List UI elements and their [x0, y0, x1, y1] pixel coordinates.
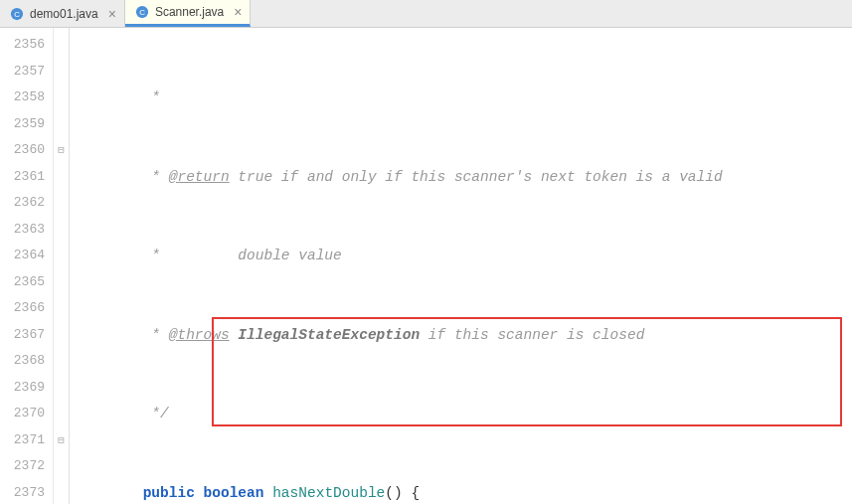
line-number-gutter: 2356235723582359236023612362236323642365… — [0, 28, 54, 504]
svg-text:C: C — [139, 8, 145, 17]
code-line: * @return true if and only if this scann… — [74, 164, 852, 191]
svg-text:C: C — [14, 9, 20, 18]
close-icon[interactable]: × — [108, 6, 116, 22]
code-line: public boolean hasNextDouble() { — [74, 480, 852, 505]
tab-demo01[interactable]: C demo01.java × — [0, 0, 125, 27]
editor: 2356235723582359236023612362236323642365… — [0, 28, 852, 504]
class-icon: C — [135, 5, 149, 19]
tab-label: Scanner.java — [155, 5, 224, 19]
fold-gutter: ⊟⊟ — [54, 28, 70, 504]
tab-bar: C demo01.java × C Scanner.java × — [0, 0, 852, 28]
code-area[interactable]: * * @return true if and only if this sca… — [70, 28, 852, 504]
tab-scanner[interactable]: C Scanner.java × — [125, 0, 252, 27]
close-icon[interactable]: × — [234, 4, 242, 20]
code-line: */ — [74, 401, 852, 427]
code-line: * @throws IllegalStateException if this … — [74, 322, 852, 349]
code-line: * double value — [74, 243, 852, 269]
class-icon: C — [10, 7, 24, 21]
tab-label: demo01.java — [30, 7, 98, 21]
code-line: * — [74, 84, 852, 111]
